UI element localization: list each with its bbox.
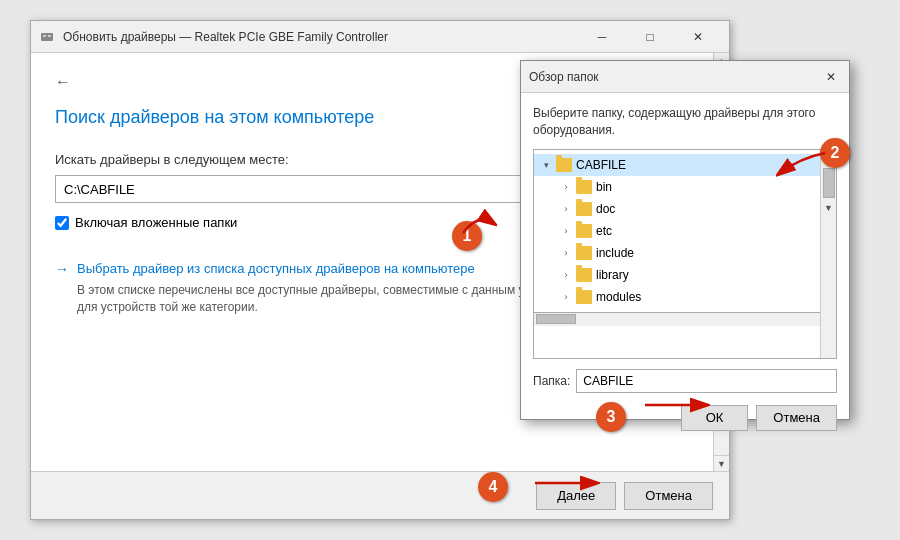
tree-label-cabfile: CABFILE	[576, 158, 626, 172]
tree-item-doc[interactable]: ›doc	[534, 198, 820, 220]
dialog-close-button[interactable]: ✕	[821, 67, 841, 87]
tree-label-doc: doc	[596, 202, 615, 216]
hscroll-thumb[interactable]	[536, 314, 576, 324]
include-subfolders-label: Включая вложенные папки	[75, 215, 237, 230]
dialog-buttons: ОК Отмена	[533, 405, 837, 431]
browse-dialog: Обзор папок ✕ Выберите папку, содержащую…	[520, 60, 850, 420]
include-subfolders-checkbox[interactable]	[55, 216, 69, 230]
folder-icon-include	[576, 246, 592, 260]
tree-toggle-library[interactable]: ›	[558, 267, 574, 283]
ok-button[interactable]: ОК	[681, 405, 749, 431]
callout-3: 3	[596, 402, 626, 432]
tree-toggle-modules[interactable]: ›	[558, 289, 574, 305]
dialog-cancel-button[interactable]: Отмена	[756, 405, 837, 431]
tree-label-include: include	[596, 246, 634, 260]
svg-rect-2	[48, 35, 51, 37]
title-bar-controls: ─ □ ✕	[579, 21, 721, 53]
tree-content: ▾CABFILE›bin›doc›etc›include›library›mod…	[534, 150, 836, 312]
dialog-instruction: Выберите папку, содержащую драйверы для …	[533, 105, 837, 139]
tree-toggle-doc[interactable]: ›	[558, 201, 574, 217]
folder-icon-cabfile	[556, 158, 572, 172]
folder-label: Папка:	[533, 374, 570, 388]
callout-4: 4	[478, 472, 508, 502]
minimize-button[interactable]: ─	[579, 21, 625, 53]
main-cancel-button[interactable]: Отмена	[624, 482, 713, 510]
callout-2: 2	[820, 138, 850, 168]
title-bar: Обновить драйверы — Realtek PCIe GBE Fam…	[31, 21, 729, 53]
folder-icon-modules	[576, 290, 592, 304]
tree-item-include[interactable]: ›include	[534, 242, 820, 264]
tree-item-library[interactable]: ›library	[534, 264, 820, 286]
title-bar-left: Обновить драйверы — Realtek PCIe GBE Fam…	[39, 29, 388, 45]
tree-item-modules[interactable]: ›modules	[534, 286, 820, 308]
tree-scroll-down[interactable]: ▼	[821, 200, 837, 216]
folder-icon-bin	[576, 180, 592, 194]
tree-item-etc[interactable]: ›etc	[534, 220, 820, 242]
tree-item-cabfile[interactable]: ▾CABFILE	[534, 154, 820, 176]
dialog-title-bar: Обзор папок ✕	[521, 61, 849, 93]
path-input[interactable]	[55, 175, 583, 203]
folder-tree[interactable]: ▾CABFILE›bin›doc›etc›include›library›mod…	[533, 149, 837, 359]
window-title: Обновить драйверы — Realtek PCIe GBE Fam…	[63, 30, 388, 44]
tree-toggle-etc[interactable]: ›	[558, 223, 574, 239]
driver-icon	[39, 29, 55, 45]
tree-toggle-bin[interactable]: ›	[558, 179, 574, 195]
folder-icon-library	[576, 268, 592, 282]
dialog-title: Обзор папок	[529, 70, 599, 84]
tree-label-bin: bin	[596, 180, 612, 194]
folder-icon-etc	[576, 224, 592, 238]
dialog-content: Выберите папку, содержащую драйверы для …	[521, 93, 849, 443]
tree-toggle-cabfile[interactable]: ▾	[538, 157, 554, 173]
next-button[interactable]: Далее	[536, 482, 616, 510]
folder-name-row: Папка:	[533, 369, 837, 393]
tree-scroll-thumb[interactable]	[823, 168, 835, 198]
svg-rect-1	[43, 35, 46, 37]
back-arrow-icon: ←	[55, 73, 71, 91]
tree-toggle-include[interactable]: ›	[558, 245, 574, 261]
horizontal-scrollbar[interactable]	[534, 312, 836, 326]
scroll-down-arrow[interactable]: ▼	[713, 455, 729, 471]
bottom-bar: Далее Отмена	[31, 471, 729, 519]
close-button[interactable]: ✕	[675, 21, 721, 53]
tree-item-bin[interactable]: ›bin	[534, 176, 820, 198]
folder-icon-doc	[576, 202, 592, 216]
maximize-button[interactable]: □	[627, 21, 673, 53]
tree-label-library: library	[596, 268, 629, 282]
tree-label-modules: modules	[596, 290, 641, 304]
tree-label-etc: etc	[596, 224, 612, 238]
svg-rect-0	[41, 33, 53, 41]
tree-vertical-scrollbar[interactable]: ▲ ▼	[820, 150, 836, 358]
callout-1: 1	[452, 221, 482, 251]
folder-input[interactable]	[576, 369, 837, 393]
link-arrow-icon: →	[55, 261, 69, 277]
